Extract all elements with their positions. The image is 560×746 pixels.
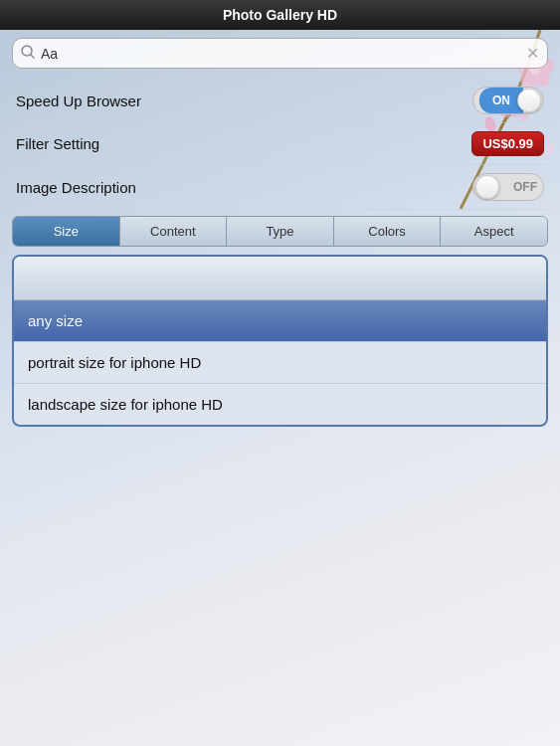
image-description-row: Image Description OFF [12,165,548,210]
search-icon [21,45,35,62]
tab-bar: Size Content Type Colors Aspect [12,216,548,247]
filter-setting-row: Filter Setting US$0.99 [12,123,548,165]
dropdown-item-any-size[interactable]: any size [14,300,546,342]
tab-colors[interactable]: Colors [334,217,442,246]
svg-line-22 [31,55,34,58]
size-dropdown-panel: any size portrait size for iphone HD lan… [12,255,548,427]
speed-up-browser-label: Speed Up Browser [16,93,141,109]
title-bar: Photo Gallery HD [0,0,560,30]
dropdown-header [14,257,546,300]
tab-size[interactable]: Size [13,217,120,246]
filter-setting-label: Filter Setting [16,135,99,152]
main-content: ✕ Speed Up Browser ON Filter Setting US$… [0,30,560,435]
dropdown-item-landscape[interactable]: landscape size for iphone HD [14,384,546,425]
search-bar[interactable]: ✕ [12,38,548,69]
app-title: Photo Gallery HD [223,7,337,23]
dropdown-item-portrait[interactable]: portrait size for iphone HD [14,342,546,384]
toggle-on-thumb [517,89,541,112]
tab-type[interactable]: Type [227,217,334,246]
image-description-label: Image Description [16,179,136,196]
toggle-off-label: OFF [513,180,537,194]
tab-content[interactable]: Content [120,217,228,246]
filter-price-badge[interactable]: US$0.99 [471,131,544,156]
image-description-toggle[interactable]: OFF [472,173,544,201]
tab-aspect[interactable]: Aspect [441,217,547,246]
search-input[interactable] [41,46,526,62]
speed-up-browser-toggle[interactable]: ON [472,87,544,114]
search-clear-icon[interactable]: ✕ [526,44,539,63]
toggle-off-thumb [475,175,499,199]
speed-up-browser-row: Speed Up Browser ON [12,79,548,123]
